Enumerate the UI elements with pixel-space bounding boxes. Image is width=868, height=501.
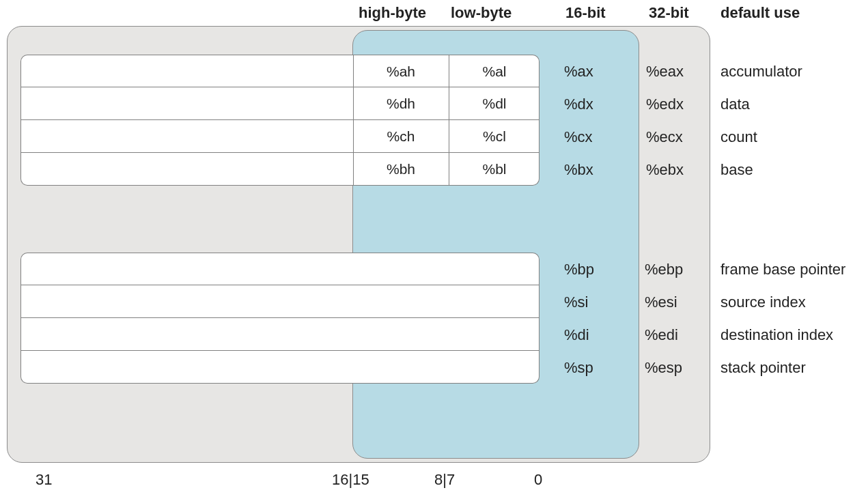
high-byte-cell: %dh	[353, 87, 449, 120]
bit-pos-31: 31	[36, 471, 52, 489]
16bit-label: %ax	[564, 63, 593, 81]
32bit-label: %esi	[645, 294, 677, 311]
reg-row: %dh %dl	[20, 87, 540, 120]
use-label: frame base pointer	[720, 261, 845, 278]
reg-row	[20, 351, 540, 384]
use-label: base	[720, 161, 753, 179]
header-default-use: default use	[720, 4, 800, 22]
bit-pos-16-15: 16|15	[332, 471, 369, 489]
16bit-label: %sp	[564, 359, 593, 377]
32bit-label: %edi	[645, 326, 678, 344]
reg-row: %ah %al	[20, 55, 540, 87]
16bit-label: %bx	[564, 161, 593, 179]
reg-row	[20, 253, 540, 285]
x86-register-diagram: high-byte low-byte 16-bit 32-bit default…	[0, 0, 868, 501]
use-label: data	[720, 96, 750, 113]
bit-pos-8-7: 8|7	[434, 471, 455, 489]
reg-row: %bh %bl	[20, 153, 540, 186]
header-32-bit: 32-bit	[649, 4, 689, 22]
header-16-bit: 16-bit	[565, 4, 606, 22]
bit-pos-0: 0	[534, 471, 542, 489]
high-byte-cell: %ch	[353, 120, 449, 153]
low-byte-cell: %dl	[449, 87, 540, 120]
16bit-label: %cx	[564, 128, 593, 146]
low-byte-cell: %bl	[449, 153, 540, 185]
high-byte-cell: %bh	[353, 153, 449, 185]
use-label: destination index	[720, 326, 833, 344]
16bit-label: %si	[564, 294, 588, 311]
use-label: count	[720, 128, 757, 146]
use-label: accumulator	[720, 63, 802, 81]
low-byte-cell: %al	[449, 55, 540, 87]
16bit-label: %bp	[564, 261, 594, 278]
high-byte-cell: %ah	[353, 55, 449, 87]
reg-row	[20, 285, 540, 318]
32bit-label: %eax	[646, 63, 684, 81]
16bit-label: %di	[564, 326, 589, 344]
32bit-label: %ecx	[646, 128, 683, 146]
reg-row: %ch %cl	[20, 120, 540, 153]
32bit-label: %esp	[645, 359, 682, 377]
32bit-label: %ebp	[645, 261, 683, 278]
header-high-byte: high-byte	[359, 4, 426, 22]
16bit-label: %dx	[564, 96, 593, 113]
header-low-byte: low-byte	[451, 4, 512, 22]
use-label: source index	[720, 294, 806, 311]
use-label: stack pointer	[720, 359, 806, 377]
32bit-label: %ebx	[646, 161, 684, 179]
reg-row	[20, 318, 540, 351]
low-byte-cell: %cl	[449, 120, 540, 153]
32bit-label: %edx	[646, 96, 684, 113]
